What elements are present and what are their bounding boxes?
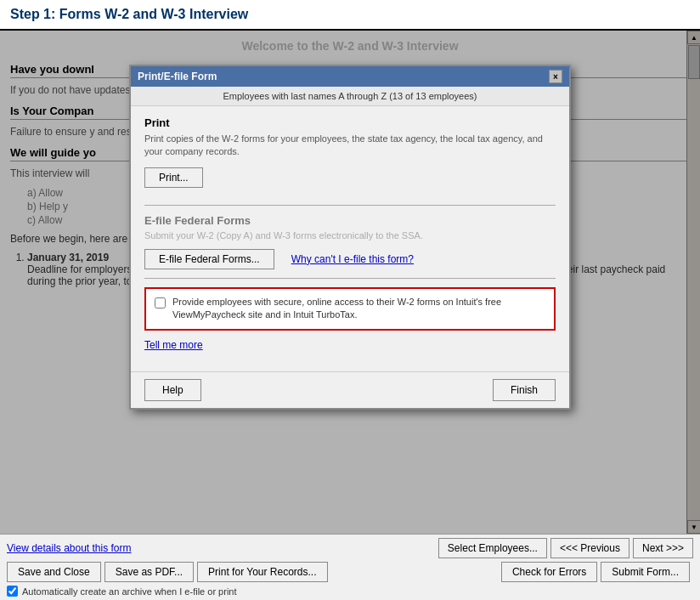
content-area: Welcome to the W-2 and W-3 Interview Hav…: [0, 31, 700, 534]
help-button[interactable]: Help: [144, 379, 201, 401]
page-title: Step 1: Forms W-2 and W-3 Interview: [10, 7, 690, 22]
divider1: [144, 205, 556, 206]
print-records-button[interactable]: Print for Your Records...: [197, 562, 327, 582]
toolbar-right-buttons: Check for Errors Submit Form...: [501, 562, 693, 582]
finish-button[interactable]: Finish: [493, 379, 556, 401]
modal-dialog: Print/E-file Form × Employees with last …: [129, 65, 571, 410]
select-employees-button[interactable]: Select Employees...: [438, 538, 547, 558]
modal-overlay: Print/E-file Form × Employees with last …: [0, 31, 700, 534]
toolbar-nav-buttons: Select Employees... <<< Previous Next >>…: [438, 538, 693, 558]
toolbar-left-buttons: Save and Close Save as PDF... Print for …: [7, 562, 331, 582]
auto-archive-row: Automatically create an archive when I e…: [7, 586, 693, 597]
modal-close-button[interactable]: ×: [549, 70, 562, 83]
toolbar-row-2: Save and Close Save as PDF... Print for …: [7, 562, 693, 582]
main-window: Step 1: Forms W-2 and W-3 Interview Welc…: [0, 0, 700, 600]
check-errors-button[interactable]: Check for Errors: [501, 562, 597, 582]
efile-section-desc: Submit your W-2 (Copy A) and W-3 forms e…: [144, 230, 556, 241]
auto-archive-checkbox[interactable]: [7, 586, 18, 597]
modal-body: Print Print copies of the W-2 forms for …: [131, 106, 569, 371]
toolbar-row-1: View details about this form Select Empl…: [7, 538, 693, 558]
viewmypaycheck-checkbox[interactable]: [155, 297, 166, 308]
efile-button[interactable]: E-file Federal Forms...: [144, 249, 274, 269]
submit-form-button[interactable]: Submit Form...: [601, 562, 690, 582]
previous-button[interactable]: <<< Previous: [550, 538, 629, 558]
bottom-toolbar: View details about this form Select Empl…: [0, 534, 700, 600]
save-pdf-button[interactable]: Save as PDF...: [104, 562, 194, 582]
modal-footer: Help Finish: [131, 371, 569, 408]
divider2: [144, 278, 556, 279]
next-button[interactable]: Next >>>: [633, 538, 693, 558]
print-section: Print Print copies of the W-2 forms for …: [144, 116, 556, 196]
print-section-desc: Print copies of the W-2 forms for your e…: [144, 133, 556, 159]
viewmypaycheck-label: Provide employees with secure, online ac…: [172, 296, 545, 322]
save-close-button[interactable]: Save and Close: [7, 562, 101, 582]
print-section-title: Print: [144, 116, 556, 129]
viewmypaycheck-checkbox-section: Provide employees with secure, online ac…: [144, 287, 556, 331]
page-title-bar: Step 1: Forms W-2 and W-3 Interview: [0, 0, 700, 31]
modal-titlebar: Print/E-file Form ×: [131, 66, 569, 87]
auto-archive-label: Automatically create an archive when I e…: [7, 586, 693, 597]
view-details-link[interactable]: View details about this form: [7, 542, 132, 554]
tell-me-more-link[interactable]: Tell me more: [144, 339, 556, 351]
auto-archive-text: Automatically create an archive when I e…: [22, 586, 237, 597]
modal-title: Print/E-file Form: [138, 71, 217, 82]
efile-section-title: E-file Federal Forms: [144, 214, 556, 227]
print-button[interactable]: Print...: [144, 167, 203, 188]
why-cant-efile-link[interactable]: Why can't I e-file this form?: [291, 253, 414, 265]
modal-subtitle: Employees with last names A through Z (1…: [131, 87, 569, 106]
efile-section: E-file Federal Forms Submit your W-2 (Co…: [144, 214, 556, 269]
